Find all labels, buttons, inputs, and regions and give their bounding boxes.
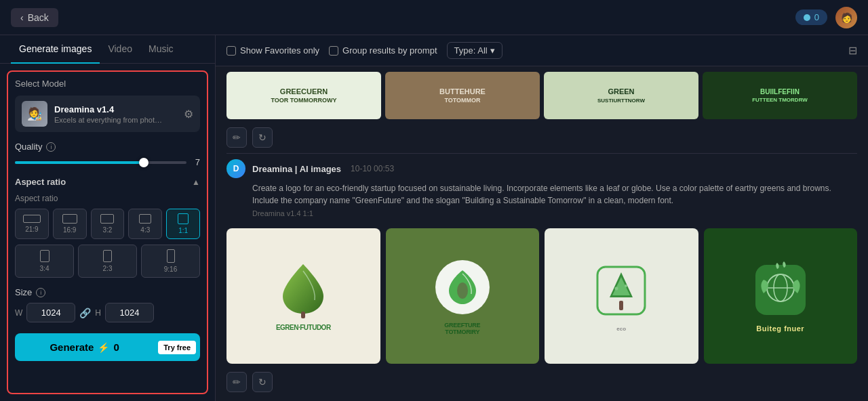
bottom-edit-button[interactable]: ✏ xyxy=(226,372,247,392)
collapse-icon[interactable]: ▲ xyxy=(192,177,200,187)
result-2-text: GREEFTURETOTMORIRY xyxy=(444,322,480,335)
aspect-ratio-section-header: Aspect ratio ▲ xyxy=(15,177,200,187)
prev-result-4-text: BUIILFEFIINFUTTEEN TMORDRW xyxy=(752,88,808,104)
aspect-ratio-section-title: Aspect ratio xyxy=(15,177,66,187)
main-layout: Generate images Video Music Select Model… xyxy=(0,35,868,401)
quality-info-icon[interactable]: i xyxy=(46,142,56,152)
group-results-toggle[interactable]: Group results by prompt xyxy=(329,45,437,56)
leaf-drop-svg-1 xyxy=(279,261,327,318)
edit-button[interactable]: ✏ xyxy=(226,127,247,148)
content-area: Show Favorites only Group results by pro… xyxy=(216,35,868,401)
result-image-2[interactable]: GREEFTURETOTMORIRY xyxy=(386,228,540,364)
svg-rect-0 xyxy=(301,312,305,318)
prev-result-1-content: GREECUERNTOOR TOMMORROWY xyxy=(271,72,336,119)
sidebar-panel: Select Model 🧑‍🎨 Dreamina v1.4 Excels at… xyxy=(7,70,208,394)
model-settings-icon[interactable]: ⚙ xyxy=(184,108,193,121)
back-button[interactable]: ‹ Back xyxy=(11,8,58,27)
quality-slider-container: 7 xyxy=(15,157,200,167)
show-favorites-toggle[interactable]: Show Favorites only xyxy=(226,45,319,56)
grid-layout-button[interactable]: ⊟ xyxy=(848,44,857,57)
prev-result-3[interactable]: GREENSUSTIURTTNORW xyxy=(544,72,698,119)
prev-result-2-content: BUTTEHURETOTOMMOR xyxy=(439,72,486,119)
prev-result-1[interactable]: GREECUERNTOOR TOMMORROWY xyxy=(226,72,381,119)
tab-music[interactable]: Music xyxy=(140,35,182,64)
aspect-btn-4-3[interactable]: 4:3 xyxy=(128,209,162,239)
aspect-shape-2-3 xyxy=(103,250,112,262)
aspect-ratio-grid-row2: 3:4 2:3 9:16 xyxy=(15,245,200,278)
try-free-badge: Try free xyxy=(158,341,196,354)
select-model-label: Select Model xyxy=(15,79,200,89)
refresh-button[interactable]: ↻ xyxy=(252,127,273,148)
top-nav: ‹ Back 0 🧑 xyxy=(0,0,868,35)
result-image-3[interactable]: eco xyxy=(545,228,698,364)
previous-results-row: GREECUERNTOOR TOMMORROWY BUTTEHURETOTOMM… xyxy=(226,66,857,125)
aspect-btn-3-4[interactable]: 3:4 xyxy=(15,245,74,278)
prompt-tags: Dreamina v1.4 1:1 xyxy=(252,209,857,217)
result-image-3-bg: eco xyxy=(545,228,698,364)
generate-button[interactable]: Generate ⚡ 0 xyxy=(15,333,154,361)
aspect-btn-2-3[interactable]: 2:3 xyxy=(78,245,137,278)
svg-point-8 xyxy=(625,284,627,287)
size-row: W 🔗 H xyxy=(15,303,200,322)
width-input[interactable] xyxy=(26,303,75,322)
height-input[interactable] xyxy=(105,303,154,322)
model-name: Dreamina v1.4 xyxy=(54,104,177,114)
avatar[interactable]: 🧑 xyxy=(835,7,857,28)
svg-point-2 xyxy=(457,282,468,299)
bottom-action-row: ✏ ↻ xyxy=(226,369,857,398)
slider-track[interactable] xyxy=(15,161,186,164)
quality-value: 7 xyxy=(192,157,200,167)
aspect-ratio-grid-row1: 21:9 16:9 3:2 4:3 1:1 xyxy=(15,209,200,239)
generate-credits: 0 xyxy=(113,341,119,353)
prompt-header: D Dreamina | AI images 10-10 00:53 xyxy=(226,159,857,178)
aspect-btn-9-16[interactable]: 9:16 xyxy=(141,245,200,278)
aspect-ratio-sub-label: Aspect ratio xyxy=(15,194,200,203)
bottom-refresh-button[interactable]: ↻ xyxy=(252,372,273,392)
credits-dot-icon xyxy=(804,14,810,21)
show-favorites-checkbox[interactable] xyxy=(226,46,236,56)
result-image-4-bg: Buiteg fnuer xyxy=(704,228,858,364)
globe-leaves-svg-4 xyxy=(750,259,811,320)
aspect-shape-4-3 xyxy=(139,214,151,224)
credits-badge: 0 xyxy=(795,9,827,25)
avatar-image: 🧑 xyxy=(841,12,852,23)
aspect-btn-1-1[interactable]: 1:1 xyxy=(166,209,200,239)
group-results-checkbox[interactable] xyxy=(329,46,338,56)
result-image-1-bg: EGREN·FUTUDOR xyxy=(226,228,380,364)
aspect-shape-3-4 xyxy=(40,250,50,262)
result-3-text: eco xyxy=(616,325,626,332)
slider-fill xyxy=(15,161,144,164)
prev-result-4[interactable]: BUIILFEFIINFUTTEEN TMORDRW xyxy=(703,72,857,119)
aspect-btn-16-9[interactable]: 16:9 xyxy=(53,209,87,239)
prompt-time: 10-10 00:53 xyxy=(351,164,394,173)
content-scroll[interactable]: GREECUERNTOOR TOMMORROWY BUTTEHURETOTOMM… xyxy=(216,66,868,401)
link-icon: 🔗 xyxy=(79,308,91,318)
results-grid: EGREN·FUTUDOR xyxy=(226,223,857,369)
model-avatar: 🧑‍🎨 xyxy=(22,101,47,127)
prev-result-3-text: GREENSUSTIURTTNORW xyxy=(597,87,645,104)
tab-video[interactable]: Video xyxy=(100,35,140,64)
model-info: Dreamina v1.4 Excels at everything from … xyxy=(54,104,177,124)
tab-generate-images[interactable]: Generate images xyxy=(11,35,100,64)
aspect-shape-21-9 xyxy=(23,215,41,223)
quality-slider-row: 7 xyxy=(15,157,200,167)
model-selector[interactable]: 🧑‍🎨 Dreamina v1.4 Excels at everything f… xyxy=(15,96,200,132)
type-dropdown[interactable]: Type: All ▾ xyxy=(447,42,502,59)
chevron-down-icon: ▾ xyxy=(490,45,495,56)
sidebar-tabs: Generate images Video Music xyxy=(0,35,215,64)
width-label: W xyxy=(15,308,22,318)
back-icon: ‹ xyxy=(20,12,24,23)
aspect-btn-3-2[interactable]: 3:2 xyxy=(91,209,125,239)
quality-label: Quality xyxy=(15,142,42,152)
prompt-text: Create a logo for an eco-friendly startu… xyxy=(252,182,857,207)
result-image-1[interactable]: EGREN·FUTUDOR xyxy=(226,228,380,364)
slider-thumb[interactable] xyxy=(139,158,149,167)
size-info-icon[interactable]: i xyxy=(36,288,45,297)
aspect-shape-3-2 xyxy=(100,214,114,224)
generate-bar[interactable]: Generate ⚡ 0 Try free xyxy=(15,333,200,361)
aspect-btn-21-9[interactable]: 21:9 xyxy=(15,209,49,239)
result-image-4[interactable]: Buiteg fnuer xyxy=(704,228,858,364)
group-results-label: Group results by prompt xyxy=(342,45,437,56)
prev-result-2[interactable]: BUTTEHURETOTOMMOR xyxy=(385,72,540,119)
lightning-icon: ⚡ xyxy=(98,342,109,353)
